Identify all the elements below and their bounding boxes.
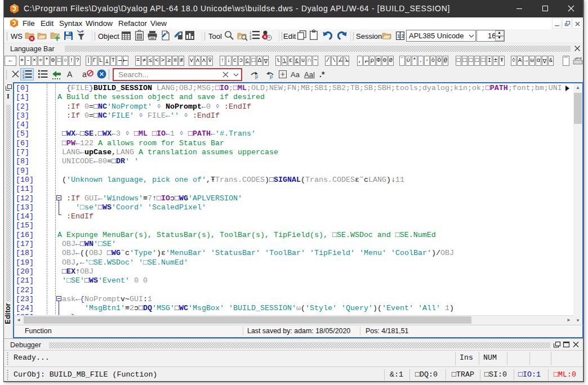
svg-text:1: 1 [397,33,400,39]
svg-text:p: p [270,74,273,79]
svg-text:p: p [255,74,258,79]
svg-text:3: 3 [250,37,252,41]
svg-text:3: 3 [23,76,24,79]
svg-text:2: 2 [401,33,404,39]
